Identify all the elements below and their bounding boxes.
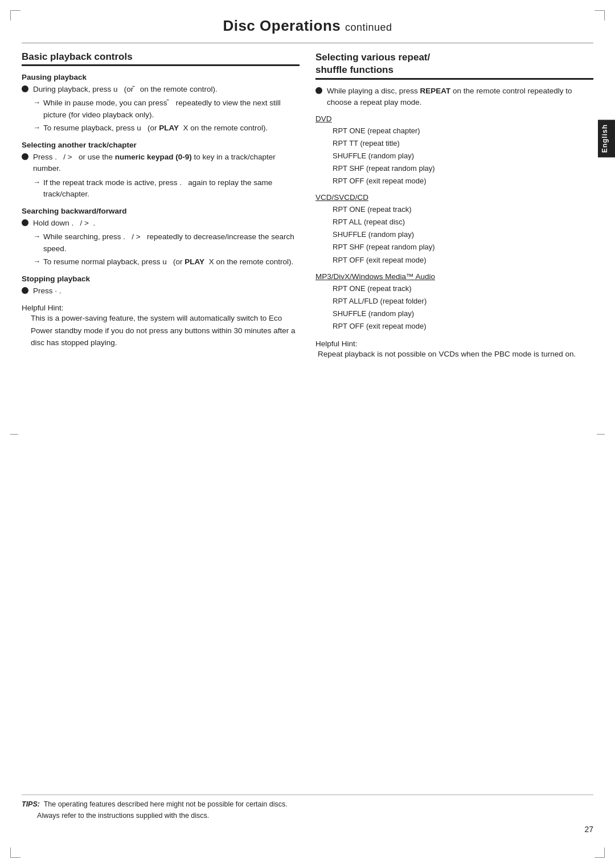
left-helpful-hint: Helpful Hint: This is a power-saving fea… — [22, 304, 300, 349]
selecting-track-bullet: Press . / > or use the numeric keypad (0… — [22, 152, 300, 175]
side-mark-left — [10, 434, 18, 435]
right-helpful-hint: Helpful Hint: Repeat playback is not pos… — [315, 339, 593, 361]
dvd-item-2: RPT TT (repeat title) — [333, 137, 593, 150]
tips-text2: Always refer to the instructions supplie… — [37, 812, 209, 820]
right-section-heading: Selecting various repeat/ shuffle functi… — [315, 51, 593, 80]
pausing-text: During playback, press u (or ̄ on the re… — [33, 84, 300, 95]
right-intro-text: While playing a disc, press REPEAT on th… — [327, 85, 593, 109]
page-content: English Disc Operations continued Basic … — [22, 17, 593, 851]
vcd-item-3: SHUFFLE (random play) — [333, 228, 593, 241]
selecting-track-arrow-text-1: If the repeat track mode is active, pres… — [43, 177, 300, 200]
right-hint-text: Repeat playback is not possible on VCDs … — [318, 348, 593, 361]
bullet-dot — [22, 153, 28, 160]
page-title: Disc Operations continued — [22, 17, 593, 35]
selecting-track-text: Press . / > or use the numeric keypad (0… — [33, 152, 300, 175]
searching-arrow-1: → While searching, press . / > repeatedl… — [33, 231, 300, 255]
corner-mark-tr — [594, 10, 605, 21]
arrow-icon-1: → — [33, 98, 40, 107]
searching-heading: Searching backward/forward — [22, 207, 300, 215]
pausing-arrow-1: → While in pause mode, you can press ̄ r… — [33, 97, 300, 121]
right-column: Selecting various repeat/ shuffle functi… — [315, 51, 593, 361]
mp3-list: RPT ONE (repeat track) RPT ALL/FLD (repe… — [333, 282, 593, 333]
stopping-text: Press · . — [33, 285, 300, 297]
left-column: Basic playback controls Pausing playback… — [22, 51, 300, 361]
pausing-arrow-2: → To resume playback, press u (or PLAY X… — [33, 122, 300, 134]
selecting-track-arrow-1: → If the repeat track mode is active, pr… — [33, 177, 300, 200]
mp3-item-4: RPT OFF (exit repeat mode) — [333, 320, 593, 333]
vcd-item-5: RPT OFF (exit repeat mode) — [333, 254, 593, 267]
stopping-bullet: Press · . — [22, 285, 300, 297]
vcd-label: VCD/SVCD/CD — [315, 193, 593, 202]
searching-arrow-2: → To resume normal playback, press u (or… — [33, 256, 300, 268]
side-mark-right — [597, 434, 605, 435]
dvd-item-1: RPT ONE (repeat chapter) — [333, 125, 593, 137]
right-hint-label: Helpful Hint: — [315, 339, 593, 348]
page-number: 27 — [22, 825, 593, 834]
searching-bullet: Hold down . / > . — [22, 218, 300, 229]
language-tab: English — [598, 120, 615, 157]
bullet-dot — [22, 85, 28, 92]
dvd-item-5: RPT OFF (exit repeat mode) — [333, 175, 593, 187]
dvd-item-4: RPT SHF (repeat random play) — [333, 162, 593, 175]
right-bullet-dot — [315, 87, 322, 94]
mp3-label: MP3/DivX/Windows Media™ Audio — [315, 272, 593, 281]
vcd-list: RPT ONE (repeat track) RPT ALL (repeat d… — [333, 203, 593, 266]
stopping-heading: Stopping playback — [22, 275, 300, 283]
title-rule — [22, 43, 593, 43]
corner-mark-bl — [10, 847, 20, 858]
searching-text: Hold down . / > . — [33, 218, 300, 229]
corner-mark-tl — [10, 10, 20, 21]
bullet-dot — [22, 219, 28, 226]
mp3-item-1: RPT ONE (repeat track) — [333, 282, 593, 295]
arrow-icon-2: → — [33, 123, 40, 132]
right-heading-line1: Selecting various repeat/ — [315, 52, 430, 63]
tips-section: TIPS: The operating features described h… — [22, 795, 593, 834]
left-hint-text: This is a power-saving feature, the syst… — [31, 312, 300, 349]
bullet-dot — [22, 287, 28, 294]
pausing-bullet: During playback, press u (or ̄ on the re… — [22, 84, 300, 95]
dvd-item-3: SHUFFLE (random play) — [333, 150, 593, 162]
pausing-arrow-text-2: To resume playback, press u (or PLAY X o… — [43, 122, 268, 134]
vcd-item-2: RPT ALL (repeat disc) — [333, 216, 593, 228]
tips-text: TIPS: The operating features described h… — [22, 799, 593, 821]
title-text: Disc Operations — [223, 17, 341, 34]
two-column-layout: Basic playback controls Pausing playback… — [22, 51, 593, 361]
corner-mark-br — [594, 847, 605, 858]
dvd-list: RPT ONE (repeat chapter) RPT TT (repeat … — [333, 125, 593, 187]
mp3-item-3: SHUFFLE (random play) — [333, 308, 593, 320]
title-continued: continued — [345, 22, 392, 33]
dvd-label: DVD — [315, 114, 593, 123]
left-hint-label: Helpful Hint: — [22, 304, 300, 312]
right-heading-line2: shuffle functions — [315, 64, 393, 75]
searching-arrow-text-1: While searching, press . / > repeatedly … — [43, 231, 300, 255]
arrow-icon-5: → — [33, 257, 40, 265]
left-section-heading: Basic playback controls — [22, 51, 300, 66]
tips-text1: The operating features described here mi… — [44, 800, 288, 808]
mp3-item-2: RPT ALL/FLD (repeat folder) — [333, 295, 593, 308]
arrow-icon-3: → — [33, 178, 40, 186]
pausing-arrow-text-1: While in pause mode, you can press ̄ rep… — [43, 97, 300, 121]
pausing-playback-heading: Pausing playback — [22, 73, 300, 81]
arrow-icon-4: → — [33, 232, 40, 240]
right-intro-bullet: While playing a disc, press REPEAT on th… — [315, 85, 593, 109]
vcd-item-1: RPT ONE (repeat track) — [333, 203, 593, 216]
vcd-item-4: RPT SHF (repeat random play) — [333, 241, 593, 253]
searching-arrow-text-2: To resume normal playback, press u (or P… — [43, 256, 293, 268]
selecting-track-heading: Selecting another track/chapter — [22, 141, 300, 149]
tips-label: TIPS: — [22, 800, 40, 808]
